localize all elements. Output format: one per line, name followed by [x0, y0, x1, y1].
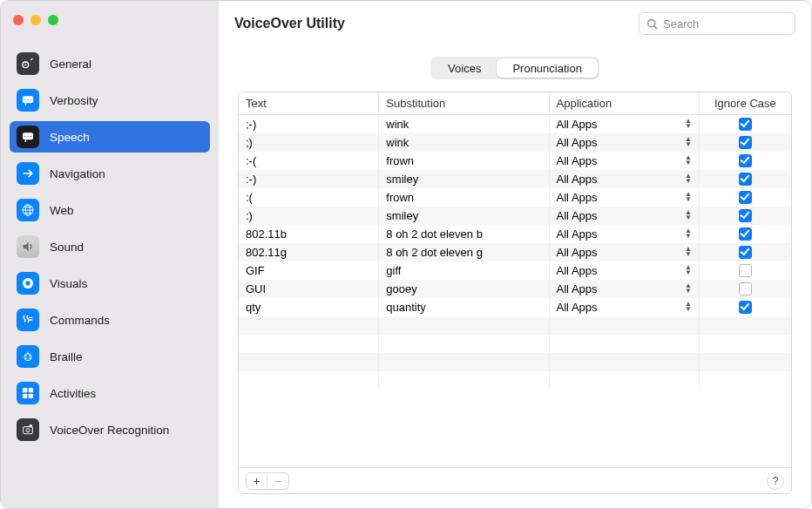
- column-header-text[interactable]: Text: [239, 92, 379, 115]
- sidebar-item-verbosity[interactable]: Verbosity: [10, 85, 210, 116]
- cell-text[interactable]: ;-): [239, 115, 379, 133]
- cell-application-select[interactable]: All Apps▲▼: [549, 170, 699, 188]
- cell-text[interactable]: qty: [239, 298, 379, 316]
- cell-text[interactable]: GIF: [239, 261, 379, 280]
- sidebar-item-activities[interactable]: Activities: [10, 377, 210, 409]
- cell-substitution[interactable]: giff: [379, 261, 549, 280]
- search-input[interactable]: Search: [639, 12, 795, 35]
- cell-substitution[interactable]: quantity: [379, 298, 549, 316]
- minimize-window-button[interactable]: [30, 15, 41, 25]
- sidebar-item-speech[interactable]: Speech: [10, 121, 210, 153]
- cell-text[interactable]: :(: [239, 188, 379, 207]
- help-button[interactable]: ?: [767, 472, 784, 490]
- ignore-case-checkbox[interactable]: [739, 282, 752, 295]
- cell-substitution[interactable]: 8 oh 2 dot eleven b: [379, 225, 549, 243]
- ignore-case-checkbox[interactable]: [739, 118, 752, 131]
- globe-icon: [17, 199, 39, 221]
- cell-substitution[interactable]: gooey: [379, 280, 549, 298]
- chevron-updown-icon: ▲▼: [685, 119, 692, 129]
- cell-substitution[interactable]: smiley: [379, 170, 549, 188]
- remove-button[interactable]: −: [267, 473, 288, 489]
- pronunciation-table-frame: TextSubstitutionApplicationIgnore Case ;…: [238, 92, 792, 494]
- tab-pronunciation[interactable]: Pronunciation: [497, 58, 598, 78]
- sidebar-item-label: Sound: [50, 241, 84, 254]
- cell-substitution[interactable]: wink: [379, 133, 549, 152]
- table-row-empty: [239, 353, 791, 371]
- svg-point-4: [27, 99, 28, 100]
- cell-application-select[interactable]: All Apps▲▼: [549, 243, 699, 261]
- ignore-case-checkbox[interactable]: [739, 136, 752, 149]
- command-icon: [17, 309, 39, 331]
- table-row[interactable]: :-(frownAll Apps▲▼: [239, 152, 791, 170]
- cell-ignore-case: [699, 133, 791, 152]
- cell-application-select[interactable]: All Apps▲▼: [549, 225, 699, 243]
- sidebar-item-label: Verbosity: [50, 94, 98, 107]
- cell-application-select[interactable]: All Apps▲▼: [549, 133, 699, 152]
- cell-application-select[interactable]: All Apps▲▼: [549, 298, 699, 316]
- table-row[interactable]: ;-)winkAll Apps▲▼: [239, 115, 791, 133]
- cell-text[interactable]: 802.11g: [239, 243, 379, 261]
- svg-point-14: [24, 354, 31, 361]
- table-row[interactable]: ;)winkAll Apps▲▼: [239, 133, 791, 152]
- cell-text[interactable]: ;): [239, 133, 379, 152]
- ignore-case-checkbox[interactable]: [739, 154, 752, 167]
- sidebar-item-general[interactable]: General: [10, 48, 210, 79]
- cell-text[interactable]: :): [239, 207, 379, 225]
- ignore-case-checkbox[interactable]: [739, 246, 752, 259]
- svg-rect-20: [29, 388, 33, 392]
- cell-application-select[interactable]: All Apps▲▼: [549, 188, 699, 207]
- application-value: All Apps: [557, 209, 598, 222]
- cell-substitution[interactable]: frown: [379, 152, 549, 170]
- cell-application-select[interactable]: All Apps▲▼: [549, 207, 699, 225]
- column-header-ignore-case[interactable]: Ignore Case: [699, 92, 791, 115]
- ignore-case-checkbox[interactable]: [739, 191, 752, 204]
- sidebar-item-web[interactable]: Web: [10, 194, 210, 226]
- svg-point-1: [24, 64, 26, 65]
- cell-application-select[interactable]: All Apps▲▼: [549, 261, 699, 280]
- table-row[interactable]: GUIgooeyAll Apps▲▼: [239, 280, 791, 298]
- cell-application-select[interactable]: All Apps▲▼: [549, 280, 699, 298]
- close-window-button[interactable]: [13, 15, 24, 25]
- cell-text[interactable]: :-): [239, 170, 379, 188]
- cell-substitution[interactable]: wink: [379, 115, 549, 133]
- ignore-case-checkbox[interactable]: [739, 209, 752, 222]
- table-row[interactable]: :)smileyAll Apps▲▼: [239, 207, 791, 225]
- table-row[interactable]: qtyquantityAll Apps▲▼: [239, 298, 791, 316]
- sidebar-item-visuals[interactable]: Visuals: [10, 268, 210, 299]
- cell-text[interactable]: GUI: [239, 280, 379, 298]
- ignore-case-checkbox[interactable]: [739, 301, 752, 314]
- chevron-updown-icon: ▲▼: [685, 283, 692, 294]
- cell-application-select[interactable]: All Apps▲▼: [549, 115, 699, 133]
- sidebar-item-commands[interactable]: Commands: [10, 304, 210, 336]
- cell-text[interactable]: 802.11b: [239, 225, 379, 243]
- application-value: All Apps: [557, 301, 598, 314]
- ignore-case-checkbox[interactable]: [739, 173, 752, 186]
- fullscreen-window-button[interactable]: [48, 15, 58, 25]
- sidebar-item-navigation[interactable]: Navigation: [10, 158, 210, 189]
- svg-rect-19: [23, 388, 27, 392]
- sidebar-item-voiceover-recognition[interactable]: VoiceOver Recognition: [10, 414, 210, 445]
- table-row[interactable]: GIFgiffAll Apps▲▼: [239, 261, 791, 280]
- svg-point-24: [26, 429, 30, 432]
- sidebar-item-sound[interactable]: Sound: [10, 231, 210, 262]
- sidebar-item-braille[interactable]: Braille: [10, 341, 210, 372]
- ignore-case-checkbox[interactable]: [739, 264, 752, 277]
- cell-substitution[interactable]: frown: [379, 188, 549, 207]
- add-button[interactable]: +: [247, 473, 267, 489]
- table-row[interactable]: :(frownAll Apps▲▼: [239, 188, 791, 207]
- tab-voices[interactable]: Voices: [432, 58, 497, 78]
- cell-text[interactable]: :-(: [239, 152, 379, 170]
- column-header-substitution[interactable]: Substitution: [379, 92, 549, 115]
- cell-substitution[interactable]: smiley: [379, 207, 549, 225]
- column-header-application[interactable]: Application: [549, 92, 699, 115]
- svg-point-3: [24, 99, 25, 100]
- table-row[interactable]: 802.11g8 oh 2 dot eleven gAll Apps▲▼: [239, 243, 791, 261]
- cell-application-select[interactable]: All Apps▲▼: [549, 152, 699, 170]
- application-value: All Apps: [557, 136, 598, 149]
- sidebar-item-label: VoiceOver Recognition: [50, 424, 169, 437]
- camera-icon: [17, 418, 39, 441]
- cell-substitution[interactable]: 8 oh 2 dot eleven g: [379, 243, 549, 261]
- ignore-case-checkbox[interactable]: [739, 227, 752, 241]
- table-row[interactable]: :-)smileyAll Apps▲▼: [239, 170, 791, 188]
- table-row[interactable]: 802.11b8 oh 2 dot eleven bAll Apps▲▼: [239, 225, 791, 243]
